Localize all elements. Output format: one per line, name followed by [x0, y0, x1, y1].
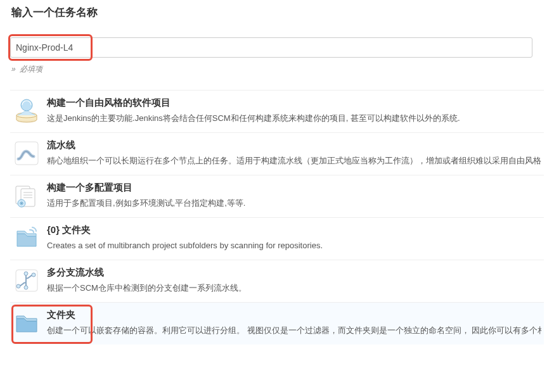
item-type-pipeline[interactable]: 流水线 精心地组织一个可以长期运行在多个节点上的任务。适用于构建流水线（更加正式…: [10, 132, 544, 175]
svg-point-11: [24, 272, 28, 275]
pipeline-icon: [13, 139, 41, 167]
org-folder-icon: [13, 224, 41, 252]
item-type-title: 文件夹: [47, 309, 541, 321]
svg-point-2: [21, 99, 32, 111]
item-type-desc: 根据一个SCM仓库中检测到的分支创建一系列流水线。: [47, 282, 541, 294]
multiconfig-icon: [13, 182, 41, 210]
item-type-title: 构建一个自由风格的软件项目: [47, 97, 541, 109]
item-type-org-folder[interactable]: {0} 文件夹 Creates a set of multibranch pro…: [10, 217, 544, 260]
item-type-list: 构建一个自由风格的软件项目 这是Jenkins的主要功能.Jenkins将会结合…: [10, 90, 544, 345]
page-title: 输入一个任务名称: [11, 5, 544, 20]
svg-point-12: [32, 273, 35, 277]
item-type-multibranch[interactable]: 多分支流水线 根据一个SCM仓库中检测到的分支创建一系列流水线。: [10, 260, 544, 302]
item-type-multiconfig[interactable]: 构建一个多配置项目 适用于多配置项目,例如多环境测试,平台指定构建,等等.: [10, 175, 544, 217]
item-name-input[interactable]: [10, 37, 532, 58]
svg-rect-3: [15, 142, 38, 165]
item-type-desc: Creates a set of multibranch project sub…: [47, 240, 541, 251]
item-type-title: 流水线: [47, 139, 541, 151]
item-type-title: 多分支流水线: [47, 267, 541, 279]
required-field-hint: » 必填项: [11, 64, 544, 75]
freestyle-icon: [13, 97, 41, 125]
svg-point-14: [24, 286, 28, 289]
item-type-desc: 创建一个可以嵌套存储的容器。利用它可以进行分组。 视图仅仅是一个过滤器，而文件夹…: [47, 325, 541, 336]
multibranch-icon: [13, 267, 41, 294]
item-type-title: 构建一个多配置项目: [47, 182, 541, 194]
name-field-block: [10, 37, 544, 58]
item-type-folder[interactable]: 文件夹 创建一个可以嵌套存储的容器。利用它可以进行分组。 视图仅仅是一个过滤器，…: [10, 302, 544, 345]
item-type-desc: 适用于多配置项目,例如多环境测试,平台指定构建,等等.: [47, 198, 541, 209]
svg-point-13: [16, 284, 20, 288]
item-type-freestyle[interactable]: 构建一个自由风格的软件项目 这是Jenkins的主要功能.Jenkins将会结合…: [10, 90, 544, 132]
folder-icon: [13, 309, 41, 337]
item-type-desc: 这是Jenkins的主要功能.Jenkins将会结合任何SCM和任何构建系统来构…: [47, 113, 541, 124]
item-type-desc: 精心地组织一个可以长期运行在多个节点上的任务。适用于构建流水线（更加正式地应当称…: [47, 155, 541, 167]
item-type-title: {0} 文件夹: [47, 224, 541, 236]
